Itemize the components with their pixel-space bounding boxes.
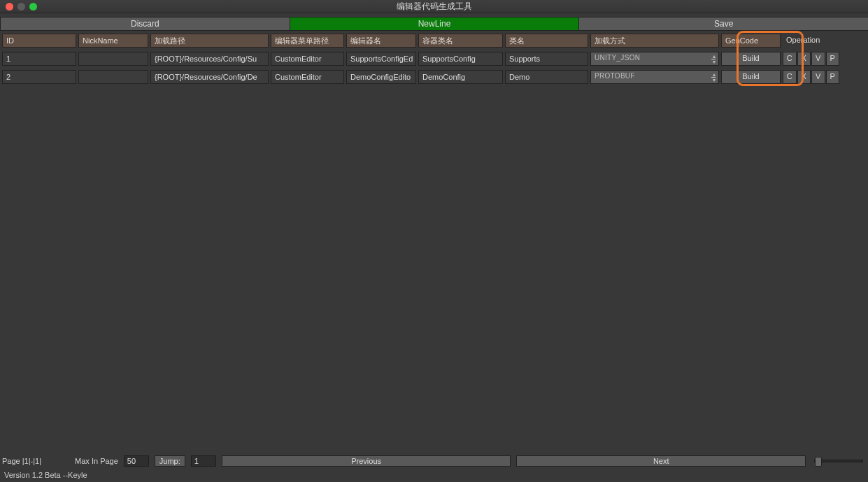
previous-button[interactable]: Previous: [222, 455, 511, 467]
cell-editor-menu[interactable]: CustomEditor: [271, 52, 344, 66]
dropdown-value: UNITY_JSON: [595, 54, 640, 62]
op-p-button[interactable]: P: [826, 70, 840, 84]
jump-input[interactable]: 1: [191, 455, 216, 467]
header-editor-name: 编辑器名: [346, 34, 416, 48]
cell-load-mode-dropdown[interactable]: PROTOBUF ▴▾: [590, 70, 719, 84]
cell-editor-name[interactable]: DemoConfigEdito: [346, 70, 416, 84]
updown-icon: ▴▾: [713, 72, 716, 83]
footer-bar: Page |1|-|1| Max In Page 50 Jump: 1 Prev…: [0, 454, 868, 468]
header-editor-menu: 编辑器菜单路径: [271, 34, 344, 48]
slider-thumb-icon[interactable]: [815, 457, 822, 467]
cell-load-path[interactable]: {ROOT}/Resources/Config/Su: [150, 52, 269, 66]
header-class-name: 类名: [505, 34, 588, 48]
grid-row: 2 {ROOT}/Resources/Config/De CustomEdito…: [2, 70, 866, 84]
max-in-page-input[interactable]: 50: [124, 455, 149, 467]
window-title: 编辑器代码生成工具: [0, 1, 868, 13]
grid-header-row: ID NickName 加载路径 编辑器菜单路径 编辑器名 容器类名 类名 加载…: [2, 34, 866, 48]
header-nickname: NickName: [78, 34, 148, 48]
cell-id[interactable]: 1: [2, 52, 76, 66]
header-container-class: 容器类名: [418, 34, 503, 48]
cell-container-class[interactable]: SupportsConfig: [418, 52, 503, 66]
traffic-lights: [0, 3, 37, 10]
op-x-button[interactable]: X: [797, 70, 811, 84]
operation-cell: C X V P: [783, 52, 839, 66]
op-x-button[interactable]: X: [797, 52, 811, 66]
newline-button[interactable]: NewLine: [290, 17, 580, 31]
cell-nickname[interactable]: [78, 52, 148, 66]
cell-editor-menu[interactable]: CustomEditor: [271, 70, 344, 84]
grid-row: 1 {ROOT}/Resources/Config/Su CustomEdito…: [2, 52, 866, 66]
cell-nickname[interactable]: [78, 70, 148, 84]
jump-button[interactable]: Jump:: [155, 455, 185, 467]
page-indicator: Page |1|-|1|: [2, 457, 41, 465]
op-c-button[interactable]: C: [783, 70, 797, 84]
window-titlebar: 编辑器代码生成工具: [0, 0, 868, 13]
maximize-window-icon[interactable]: [29, 3, 37, 10]
build-button[interactable]: Build: [721, 52, 781, 66]
op-c-button[interactable]: C: [783, 52, 797, 66]
next-button[interactable]: Next: [516, 455, 806, 467]
build-button[interactable]: Build: [721, 70, 781, 84]
operation-cell: C X V P: [783, 70, 839, 84]
cell-load-path[interactable]: {ROOT}/Resources/Config/De: [150, 70, 269, 84]
empty-area: [0, 88, 868, 454]
cell-class-name[interactable]: Demo: [505, 70, 588, 84]
header-load-mode: 加载方式: [590, 34, 719, 48]
zoom-slider[interactable]: [814, 460, 863, 462]
op-p-button[interactable]: P: [826, 52, 840, 66]
header-id: ID: [2, 34, 76, 48]
cell-load-mode-dropdown[interactable]: UNITY_JSON ▴▾: [590, 52, 719, 66]
top-toolbar: Discard NewLine Save: [0, 17, 868, 31]
cell-class-name[interactable]: Supports: [505, 52, 588, 66]
updown-icon: ▴▾: [713, 54, 716, 65]
cell-editor-name[interactable]: SupportsConfigEd: [346, 52, 416, 66]
header-operation: Operation: [783, 34, 839, 48]
op-v-button[interactable]: V: [811, 52, 825, 66]
op-v-button[interactable]: V: [811, 70, 825, 84]
discard-button[interactable]: Discard: [0, 17, 290, 31]
dropdown-value: PROTOBUF: [595, 72, 635, 80]
header-load-path: 加载路径: [150, 34, 269, 48]
cell-id[interactable]: 2: [2, 70, 76, 84]
config-grid: ID NickName 加载路径 编辑器菜单路径 编辑器名 容器类名 类名 加载…: [0, 31, 868, 84]
max-in-page-label: Max In Page: [75, 457, 118, 465]
save-button[interactable]: Save: [578, 17, 868, 31]
minimize-window-icon[interactable]: [17, 3, 25, 10]
version-label: Version 1.2 Beta --Keyle: [0, 468, 868, 482]
cell-container-class[interactable]: DemoConfig: [418, 70, 503, 84]
header-gen-code: GenCode: [721, 34, 781, 48]
close-window-icon[interactable]: [6, 3, 13, 10]
